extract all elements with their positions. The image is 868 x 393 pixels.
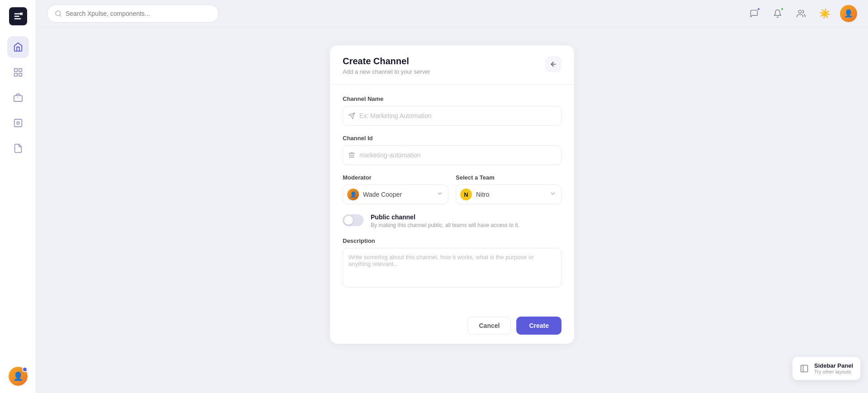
bell-icon-button[interactable] <box>769 5 786 22</box>
sidebar-user-avatar[interactable]: 👤 <box>9 367 28 386</box>
moderator-group: Moderator 👤 Wade Cooper <box>343 174 448 204</box>
sidebar-item-grid[interactable] <box>7 62 29 83</box>
sidebar-item-dashboard[interactable] <box>7 36 29 58</box>
toggle-knob <box>344 216 353 225</box>
topbar: ☀️ 👤 <box>36 0 868 27</box>
moderator-team-row: Moderator 👤 Wade Cooper <box>343 174 561 204</box>
card-body: Channel Name Channel Id <box>330 85 574 309</box>
cancel-button[interactable]: Cancel <box>467 317 511 335</box>
sidebar-panel-hint[interactable]: Sidebar Panel Try other layouts <box>792 356 861 380</box>
public-channel-toggle[interactable] <box>343 214 363 226</box>
sidebar-avatar-badge <box>22 367 28 372</box>
team-avatar: N <box>460 189 472 200</box>
public-channel-row: Public channel By making this channel pu… <box>343 213 561 228</box>
sidebar-item-card[interactable] <box>7 112 29 134</box>
sidebar-panel-subtitle: Try other layouts <box>814 369 853 374</box>
moderator-label: Moderator <box>343 174 448 181</box>
app-logo[interactable] <box>9 7 27 25</box>
content-area: Create Channel Add a new channel to your… <box>36 27 868 393</box>
moderator-avatar: 👤 <box>347 189 359 200</box>
svg-rect-6 <box>19 69 21 71</box>
card-footer: Cancel Create <box>330 309 574 344</box>
search-input[interactable] <box>66 10 211 17</box>
svg-line-14 <box>60 15 61 16</box>
sidebar-panel-title: Sidebar Panel <box>814 362 853 369</box>
sidebar: 👤 <box>0 0 36 393</box>
svg-rect-8 <box>19 73 21 76</box>
svg-rect-11 <box>14 119 22 127</box>
svg-rect-7 <box>14 73 17 76</box>
sidebar-item-note[interactable] <box>7 137 29 159</box>
layout-icon <box>800 364 809 373</box>
description-label: Description <box>343 237 561 244</box>
search-box[interactable] <box>47 5 219 23</box>
channel-name-label: Channel Name <box>343 95 561 102</box>
sun-icon: ☀️ <box>819 8 830 19</box>
send-icon <box>348 112 355 119</box>
public-channel-title: Public channel <box>371 213 519 221</box>
description-group: Description <box>343 237 561 289</box>
sidebar-nav <box>7 36 29 367</box>
card-subtitle: Add a new channel to your server <box>343 68 430 75</box>
topbar-user-avatar[interactable]: 👤 <box>840 5 857 22</box>
channel-id-input[interactable] <box>343 145 561 165</box>
team-label: Select a Team <box>456 174 561 181</box>
chat-badge <box>757 7 760 11</box>
card-title: Create Channel <box>343 56 430 66</box>
svg-rect-19 <box>801 365 808 372</box>
card-header: Create Channel Add a new channel to your… <box>330 45 574 85</box>
search-icon <box>55 10 62 17</box>
channel-name-input[interactable] <box>343 106 561 126</box>
toggle-text: Public channel By making this channel pu… <box>371 213 519 228</box>
theme-toggle-button[interactable]: ☀️ <box>816 5 833 22</box>
svg-rect-9 <box>14 95 22 101</box>
team-group: Select a Team N Nitro <box>456 174 561 204</box>
channel-id-label: Channel Id <box>343 135 561 142</box>
back-button[interactable] <box>545 56 561 72</box>
arrow-left-icon <box>550 61 557 68</box>
people-icon-button[interactable] <box>793 5 809 22</box>
topbar-icons: ☀️ 👤 <box>746 5 857 22</box>
svg-rect-5 <box>14 69 17 71</box>
main-area: ☀️ 👤 Create Channel Add a new channel to… <box>36 0 868 393</box>
create-channel-card: Create Channel Add a new channel to your… <box>330 45 574 344</box>
description-textarea[interactable] <box>343 248 561 288</box>
chat-icon-button[interactable] <box>746 5 762 22</box>
people-icon <box>797 9 806 18</box>
channel-name-group: Channel Name <box>343 95 561 126</box>
trash-icon <box>348 152 355 159</box>
svg-point-15 <box>798 10 802 13</box>
public-channel-desc: By making this channel public, all teams… <box>371 222 519 228</box>
bell-badge <box>780 7 784 11</box>
create-button[interactable]: Create <box>516 317 561 335</box>
channel-id-group: Channel Id <box>343 135 561 165</box>
sidebar-item-briefcase[interactable] <box>7 87 29 109</box>
svg-point-12 <box>17 122 19 124</box>
